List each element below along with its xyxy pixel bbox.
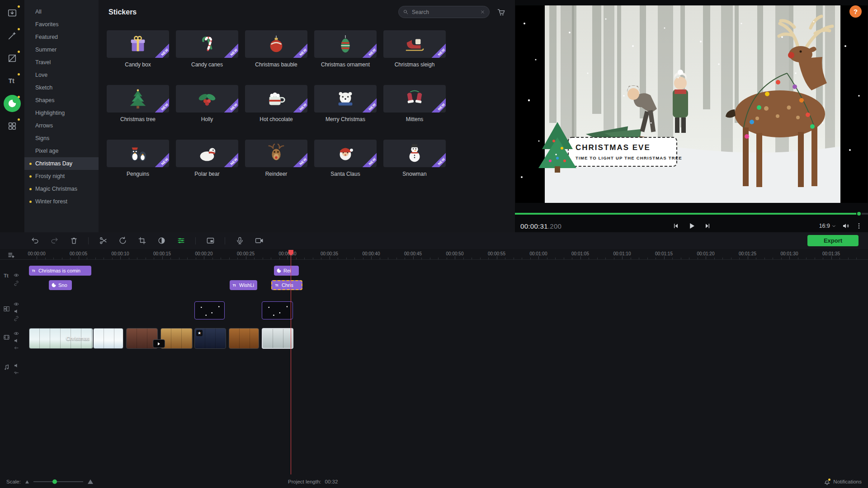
sticker-thumbnail[interactable]: NEW — [383, 30, 446, 58]
overlay-clip-1[interactable] — [194, 301, 225, 319]
video-clip-1[interactable]: Christmas — [29, 328, 93, 349]
audio-track-waveform-icon[interactable] — [14, 369, 19, 375]
category-signs[interactable]: Signs — [24, 132, 99, 145]
more-options-button[interactable] — [855, 222, 863, 230]
tool-stickers[interactable] — [4, 95, 21, 112]
sticker-christmas-ornament[interactable]: NEWChristmas ornament — [314, 30, 377, 68]
audio-track-mute-icon[interactable] — [14, 362, 19, 367]
video-track-visibility-icon[interactable] — [14, 330, 19, 335]
timeline-ruler[interactable]: 00:00:0000:00:0500:00:1000:00:1500:00:20… — [0, 249, 868, 260]
sticker-thumbnail[interactable]: NEW — [314, 30, 377, 58]
video-clip-7[interactable] — [262, 328, 293, 349]
tool-transitions[interactable] — [4, 50, 21, 67]
category-highlighting[interactable]: Highlighting — [24, 107, 99, 119]
sticker-santa-claus[interactable]: NEWSanta Claus — [314, 140, 377, 177]
category-frosty-night[interactable]: Frosty night — [24, 170, 99, 183]
search-box[interactable] — [398, 6, 490, 18]
volume-button[interactable] — [842, 222, 849, 230]
color-adjustments-button[interactable] — [156, 236, 166, 246]
rotate-button[interactable] — [118, 236, 127, 246]
sticker-thumbnail[interactable]: NEW — [176, 140, 238, 167]
video-clip-4[interactable] — [160, 328, 193, 349]
clip-properties-button[interactable] — [176, 236, 186, 246]
video-clip-6[interactable] — [229, 328, 259, 349]
transition-icon[interactable] — [153, 339, 165, 348]
sticker-merry-christmas[interactable]: NEWMerry Christmas — [314, 85, 377, 122]
category-love[interactable]: Love — [24, 69, 99, 81]
tool-filters[interactable] — [4, 27, 21, 44]
overlay-track-visibility-icon[interactable] — [14, 300, 19, 306]
title-clip-christmas-is-comin[interactable]: TtChristmas is comin — [29, 266, 91, 276]
search-input[interactable] — [412, 9, 477, 15]
category-summer[interactable]: Summer — [24, 43, 99, 56]
sticker-snowman[interactable]: NEWSnowman — [383, 140, 446, 177]
title-clip-sno[interactable]: Sno — [49, 280, 72, 290]
sticker-thumbnail[interactable]: NEW — [107, 30, 169, 58]
notifications-button[interactable]: Notifications — [824, 479, 862, 485]
sticker-christmas-bauble[interactable]: NEWChristmas bauble — [245, 30, 307, 68]
category-pixel-age[interactable]: Pixel age — [24, 145, 99, 157]
category-favorites[interactable]: Favorites — [24, 18, 99, 31]
title-clip-rei[interactable]: Rei — [274, 266, 299, 276]
zoom-out-icon[interactable] — [25, 480, 29, 483]
redo-button[interactable] — [49, 236, 59, 246]
sticker-candy-canes[interactable]: NEWCandy canes — [176, 30, 238, 68]
timeline-zoom-slider[interactable] — [33, 479, 83, 484]
sticker-thumbnail[interactable]: NEW — [314, 85, 377, 113]
help-button[interactable]: ? — [849, 5, 862, 18]
video-track-icon[interactable] — [3, 334, 10, 341]
overlay-track-mute-icon[interactable] — [14, 308, 19, 313]
title-clip-chris[interactable]: TtChris — [271, 280, 302, 290]
sticker-christmas-sleigh[interactable]: NEWChristmas sleigh — [383, 30, 446, 68]
audio-track-icon[interactable] — [3, 364, 10, 371]
category-shapes[interactable]: Shapes — [24, 94, 99, 107]
delete-button[interactable] — [69, 236, 79, 246]
category-magic-christmas[interactable]: Magic Christmas — [24, 183, 99, 195]
sticker-holly[interactable]: NEWHolly — [176, 85, 238, 122]
previous-frame-button[interactable] — [672, 222, 679, 230]
sticker-candy-box[interactable]: NEWCandy box — [107, 30, 169, 68]
title-track-icon[interactable]: Tt — [3, 272, 11, 280]
seek-bar-handle[interactable] — [856, 211, 862, 216]
record-video-button[interactable] — [254, 236, 264, 246]
seek-bar[interactable] — [515, 213, 868, 215]
zoom-slider-handle[interactable] — [52, 479, 57, 484]
overlay-track-link-icon[interactable] — [14, 315, 19, 320]
zoom-in-icon[interactable] — [88, 479, 93, 484]
undo-button[interactable] — [30, 236, 40, 246]
sticker-thumbnail[interactable]: NEW — [176, 85, 238, 113]
overlay-button[interactable] — [205, 236, 215, 246]
sticker-thumbnail[interactable]: NEW — [383, 85, 446, 113]
category-all[interactable]: All — [24, 5, 99, 18]
category-travel[interactable]: Travel — [24, 56, 99, 69]
video-clip-2[interactable] — [93, 328, 123, 349]
play-button[interactable] — [688, 222, 696, 230]
aspect-ratio-select[interactable]: 16:9 — [819, 223, 836, 229]
category-featured[interactable]: Featured — [24, 31, 99, 43]
record-audio-button[interactable] — [235, 236, 245, 246]
category-sketch[interactable]: Sketch — [24, 81, 99, 94]
category-winter-forest[interactable]: Winter forest — [24, 195, 99, 208]
sticker-thumbnail[interactable]: NEW — [176, 30, 238, 58]
tool-titles[interactable]: Tt — [4, 72, 21, 89]
sticker-thumbnail[interactable]: NEW — [107, 140, 169, 167]
add-track-icon[interactable] — [7, 251, 15, 259]
sticker-thumbnail[interactable]: NEW — [314, 140, 377, 167]
tool-import[interactable] — [4, 5, 21, 22]
cart-icon[interactable] — [497, 8, 506, 17]
category-arrows[interactable]: Arrows — [24, 119, 99, 132]
sticker-penguins[interactable]: NEWPenguins — [107, 140, 169, 177]
title-track-visibility-icon[interactable] — [14, 272, 19, 277]
next-frame-button[interactable] — [704, 222, 711, 230]
video-track-mute-icon[interactable] — [14, 337, 19, 343]
crop-button[interactable] — [137, 236, 147, 246]
tool-more-tools[interactable] — [4, 117, 21, 135]
sticker-hot-chocolate[interactable]: NEWHot chocolate — [245, 85, 307, 122]
sticker-thumbnail[interactable]: NEW — [383, 140, 446, 167]
clear-search-icon[interactable] — [480, 9, 485, 14]
category-christmas-day[interactable]: Christmas Day — [24, 157, 99, 170]
cut-button[interactable] — [98, 236, 108, 246]
sticker-reindeer[interactable]: NEWReindeer — [245, 140, 307, 177]
sticker-thumbnail[interactable]: NEW — [245, 85, 307, 113]
export-button[interactable]: Export — [807, 235, 859, 246]
